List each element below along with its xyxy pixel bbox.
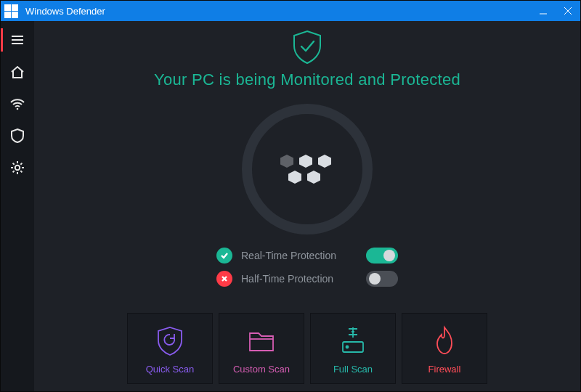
svg-point-10 xyxy=(346,346,349,348)
action-label: Quick Scan xyxy=(146,364,194,375)
shield-refresh-icon xyxy=(153,323,187,358)
main-content: Your PC is being Monitored and Protected… xyxy=(34,21,580,391)
flame-icon xyxy=(427,323,462,358)
wifi-icon xyxy=(9,96,26,112)
quick-scan-button[interactable]: Quick Scan xyxy=(127,313,213,384)
shield-icon xyxy=(9,127,25,144)
sidebar-item-settings[interactable] xyxy=(1,152,34,184)
close-button[interactable] xyxy=(556,1,580,21)
sidebar-item-wifi[interactable] xyxy=(1,88,34,120)
toggle-row-halftime: Half-Time Protection xyxy=(216,271,398,287)
full-scan-button[interactable]: Full Scan xyxy=(310,313,396,384)
action-label: Full Scan xyxy=(333,364,373,375)
titlebar: Windows Defender xyxy=(1,1,580,21)
custom-scan-button[interactable]: Custom Scan xyxy=(219,313,304,384)
action-label: Firewall xyxy=(428,364,461,375)
folder-icon xyxy=(244,323,279,358)
firewall-button[interactable]: Firewall xyxy=(402,313,487,384)
drive-icon xyxy=(336,323,370,358)
svg-point-7 xyxy=(15,166,20,170)
action-label: Custom Scan xyxy=(233,364,290,375)
hamburger-icon xyxy=(9,32,25,48)
check-circle-icon xyxy=(216,248,232,264)
halftime-protection-toggle[interactable] xyxy=(366,271,398,287)
status-headline: Your PC is being Monitored and Protected xyxy=(154,70,460,89)
window-title: Windows Defender xyxy=(25,6,531,17)
scan-progress-ring xyxy=(242,104,373,234)
windows-logo-icon xyxy=(1,1,21,21)
sidebar xyxy=(1,21,34,391)
app-window: Windows Defender xyxy=(0,0,581,392)
sidebar-item-shield[interactable] xyxy=(1,120,34,152)
realtime-protection-toggle[interactable] xyxy=(366,248,398,264)
action-bar: Quick Scan Custom Scan Full Scan Firewal… xyxy=(127,313,487,384)
toggle-row-realtime: Real-Time Protection xyxy=(216,248,398,264)
loading-hex-icon xyxy=(280,155,334,184)
sidebar-item-menu[interactable] xyxy=(1,24,34,56)
home-icon xyxy=(9,64,25,80)
sidebar-item-home[interactable] xyxy=(1,56,34,88)
window-controls xyxy=(531,1,580,21)
minimize-button[interactable] xyxy=(531,1,556,21)
gear-icon xyxy=(9,160,25,176)
toggle-label: Half-Time Protection xyxy=(241,273,357,285)
protection-shield-icon xyxy=(290,28,325,66)
toggle-label: Real-Time Protection xyxy=(241,250,357,261)
svg-point-6 xyxy=(17,108,19,110)
protection-toggles: Real-Time Protection Half-Time Protectio… xyxy=(216,248,398,287)
x-circle-icon xyxy=(216,271,232,287)
